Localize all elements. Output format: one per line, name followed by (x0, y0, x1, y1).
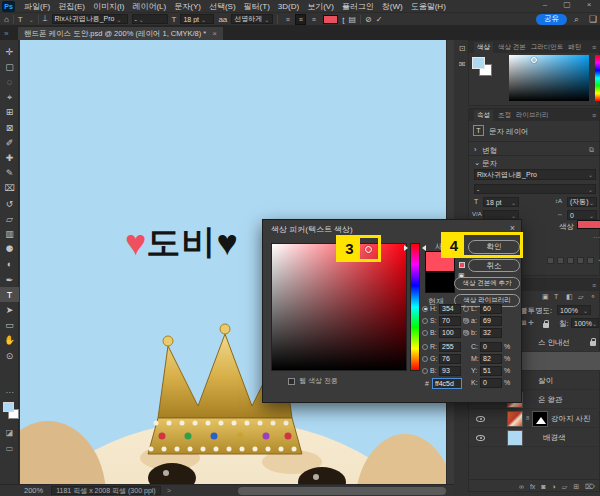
tab-props-1[interactable]: 조정 (498, 111, 511, 120)
lab-input[interactable]: 32 (480, 328, 502, 338)
zoom-level[interactable]: 200% (24, 486, 43, 495)
lab-radio[interactable] (463, 330, 469, 336)
anti-alias-select[interactable]: 선명하게⌄ (231, 14, 273, 24)
lab-input[interactable]: 82 (480, 354, 502, 364)
font-size-select[interactable]: 18 pt⌄ (180, 14, 214, 24)
cancel-button[interactable]: 취소 (468, 259, 520, 272)
share-button[interactable]: 공유 (536, 14, 567, 25)
close-button[interactable]: × (584, 0, 594, 9)
layer-filter-icon[interactable]: ◧ (566, 293, 573, 301)
gradient-tool[interactable]: ▥ (0, 226, 19, 241)
saturation-brightness-field[interactable] (271, 243, 407, 371)
chevron-down-icon[interactable]: ⌄ (29, 16, 34, 23)
character-section-label[interactable]: 문자 (482, 159, 497, 169)
paragraph-align-button[interactable] (577, 257, 584, 264)
maximize-button[interactable]: ▢ (562, 0, 572, 9)
clone-stamp-tool[interactable]: ⌧ (0, 181, 19, 196)
menu-item-문자[interactable]: 문자(Y) (170, 1, 205, 12)
marquee-tool[interactable]: ▢ (0, 59, 19, 74)
menu-item-필터[interactable]: 필터(T) (240, 1, 274, 12)
layer-filter-icon[interactable]: ▱ (578, 293, 583, 301)
object-selection-tool[interactable]: ⌖ (0, 90, 19, 105)
lock-icons[interactable]: ⊞ ✛ (521, 319, 534, 327)
menu-item-편집[interactable]: 편집(E) (54, 1, 89, 12)
tab-color-0[interactable]: 색상 (474, 42, 493, 53)
align-center-icon[interactable]: ≡ (295, 14, 306, 25)
layer-row[interactable]: 8강아지 사진 (469, 409, 600, 428)
hsb-radio[interactable] (422, 368, 428, 374)
hsb-radio[interactable] (422, 330, 428, 336)
layer-filter-icon[interactable]: ▣ (542, 293, 549, 301)
minimize-button[interactable]: – (540, 0, 550, 9)
lab-radio[interactable] (463, 318, 469, 324)
panel-menu-icon[interactable]: ≡ (592, 44, 596, 51)
hue-slider[interactable] (595, 55, 600, 101)
tab-props-2[interactable]: 라이브러리 (516, 111, 549, 120)
text-color-swatch[interactable] (323, 15, 338, 24)
quick-mask-icon[interactable]: ◪ (0, 428, 19, 437)
layer-thumbnail[interactable] (507, 411, 523, 427)
font-style-select[interactable]: -⌄ (474, 184, 596, 194)
document-tab[interactable]: 핸드폰 케이스 도안.psd @ 200% (레이어 1, CMYK/8) * … (18, 27, 223, 40)
leading-select[interactable]: (자동)⌄ (567, 197, 597, 207)
foreground-color-swatch[interactable] (472, 57, 485, 69)
tab-color-2[interactable]: 그라디언트 (531, 43, 564, 52)
layer-mask-icon[interactable]: ◙ (541, 483, 545, 490)
type-tool[interactable]: T (0, 287, 19, 302)
foreground-color-swatch[interactable] (3, 402, 14, 412)
menu-item-도움말[interactable]: 도움말(H) (407, 1, 450, 12)
lab-input[interactable]: 69 (480, 316, 502, 326)
text-orientation-icon[interactable]: ⟘ (43, 14, 48, 24)
shape-tool[interactable]: ▭ (0, 318, 19, 333)
hsb-input[interactable]: 255 (439, 342, 461, 352)
tracking-select[interactable]: 0⌄ (567, 210, 597, 220)
hsb-input[interactable]: 354 (439, 304, 461, 314)
eyedropper-tool[interactable]: ✐ (0, 135, 19, 150)
lab-input[interactable]: 51 (480, 366, 502, 376)
color-field[interactable] (509, 55, 589, 101)
home-icon[interactable]: ⌂ (4, 15, 9, 24)
more-options-icon[interactable]: ··· (593, 233, 600, 242)
character-chevron-icon[interactable]: ⌄ (474, 158, 480, 167)
current-color-swatch[interactable] (425, 272, 455, 293)
hsb-radio[interactable] (422, 344, 428, 350)
delete-layer-icon[interactable]: ⌦ (585, 483, 595, 491)
tab-close-icon[interactable]: × (212, 29, 217, 38)
toolbar-collapse-icon[interactable]: » (4, 29, 8, 38)
search-icon[interactable]: ⌕ (574, 14, 579, 25)
hue-arrow-left[interactable] (404, 245, 408, 251)
transform-chevron-icon[interactable]: › (474, 145, 477, 154)
lab-input[interactable]: 0 (480, 342, 502, 352)
panel-menu-icon[interactable]: ≡ (592, 282, 596, 289)
fill-select[interactable]: 100%⌄ (571, 318, 599, 328)
workspace-icon[interactable]: ❏ (589, 14, 597, 24)
zoom-tool[interactable]: ⊙ (0, 348, 19, 363)
dodge-tool[interactable]: ◐ (0, 257, 19, 272)
menu-item-플러그인[interactable]: 플러그인 (338, 1, 378, 12)
frame-tool[interactable]: ⊠ (0, 120, 19, 135)
layer-filter-icon[interactable]: T (554, 293, 558, 300)
hsb-input[interactable]: 93 (439, 366, 461, 376)
eraser-tool[interactable]: ▱ (0, 211, 19, 226)
paragraph-align-button[interactable] (557, 257, 564, 264)
path-selection-tool[interactable]: ➤ (0, 302, 19, 317)
layer-visibility-icon[interactable] (476, 416, 485, 422)
add-to-swatches-button[interactable]: 색상 견본에 추가 (454, 277, 520, 290)
hand-tool[interactable]: ✋ (0, 333, 19, 348)
adjustment-layer-icon[interactable]: ◑ (552, 483, 556, 490)
menu-item-파일[interactable]: 파일(F) (20, 1, 54, 12)
lock-icon[interactable] (543, 323, 549, 328)
panel-menu-icon[interactable]: ≡ (592, 112, 596, 119)
font-style-select[interactable]: -⌄ (132, 14, 168, 24)
align-left-icon[interactable]: ≡ (282, 14, 293, 25)
link-icon[interactable]: ⧉ (589, 146, 594, 154)
hsb-radio[interactable] (422, 356, 428, 362)
canvas-horizontal-scrollbar[interactable] (238, 487, 446, 495)
move-tool[interactable]: ✛ (0, 44, 19, 59)
text-color-swatch[interactable] (577, 220, 600, 229)
web-colors-only-checkbox[interactable] (288, 378, 295, 385)
lasso-tool[interactable]: ◌ (0, 74, 19, 89)
layer-filter-icon[interactable]: ⚬ (590, 293, 596, 301)
canvas-text-layer[interactable]: ♥ 도비 ♥ (125, 220, 238, 266)
lab-input[interactable]: 60 (480, 304, 502, 314)
